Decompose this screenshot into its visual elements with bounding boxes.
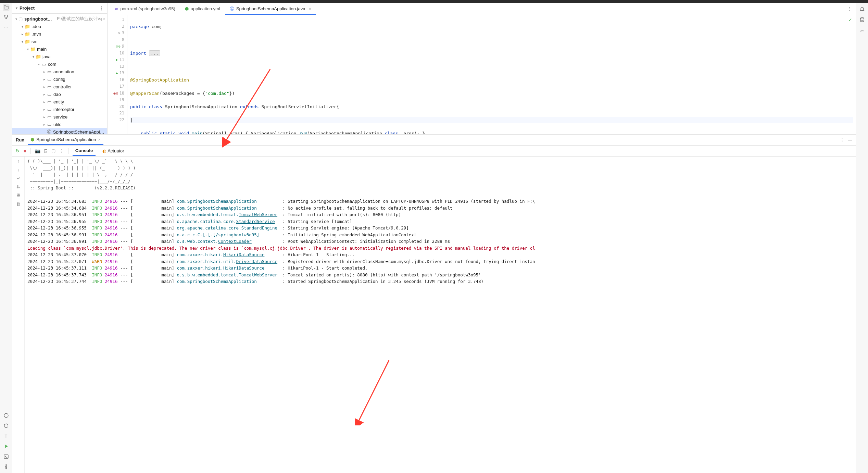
tree-item[interactable]: ▸📁.mvn xyxy=(12,30,107,38)
file-icon: ⬢ xyxy=(185,6,189,11)
tree-item[interactable]: ▸▭controller xyxy=(12,83,107,90)
project-tree[interactable]: ▾ ▢ springbootw3o95 F:\测试过的毕业设计\spr ▾📁.i… xyxy=(12,14,107,134)
text-icon[interactable]: T xyxy=(3,433,10,439)
pkg-icon: ▭ xyxy=(47,69,52,74)
tree-item-label: SpringbootSchemaApplicat xyxy=(53,129,105,135)
services-icon[interactable] xyxy=(3,412,10,419)
tree-item-label: .mvn xyxy=(32,32,41,37)
console-tab[interactable]: Console xyxy=(73,146,96,156)
up-icon[interactable]: ↑ xyxy=(17,159,20,164)
file-icon: m xyxy=(115,6,118,12)
project-tool-window: ▾ Project ⋮ ▾ ▢ springbootw3o95 F:\测试过的毕… xyxy=(12,3,108,134)
svg-point-5 xyxy=(5,466,7,468)
tree-item[interactable]: ▾📁.idea xyxy=(12,23,107,30)
actuator-tab[interactable]: ◐Actuator xyxy=(100,146,127,156)
down-icon[interactable]: ↓ xyxy=(17,167,20,172)
code-editor[interactable]: package com; import ... @SpringBootAppli… xyxy=(127,15,856,134)
pkg-icon: ▭ xyxy=(47,77,52,82)
left-tool-rail: ⋯ T xyxy=(0,3,12,473)
folder-icon: 📁 xyxy=(25,24,30,29)
tab-label: pom.xml (springbootw3o95) xyxy=(120,6,175,11)
tree-item-label: annotation xyxy=(53,69,74,74)
tree-item-label: controller xyxy=(53,84,72,89)
tree-item-label: entity xyxy=(53,99,64,104)
kebab-icon[interactable]: ⋮ xyxy=(60,148,64,153)
trash-icon[interactable]: 🗑 xyxy=(16,201,21,207)
folder-icon[interactable] xyxy=(3,4,10,11)
spring-icon: ⬢ xyxy=(30,137,34,142)
database-icon[interactable] xyxy=(859,16,866,23)
stop-icon[interactable]: ■ xyxy=(24,148,26,153)
svg-point-7 xyxy=(5,468,7,469)
tree-root[interactable]: ▾ ▢ springbootw3o95 F:\测试过的毕业设计\spr xyxy=(12,15,107,23)
bell-icon[interactable] xyxy=(859,5,866,12)
inspection-ok-icon[interactable]: ✓ xyxy=(848,17,852,23)
tree-item-label: .idea xyxy=(32,24,41,29)
tree-item[interactable]: ▾▭com xyxy=(12,60,107,68)
tree-item-label: src xyxy=(32,39,37,44)
pkg-icon: ▭ xyxy=(47,99,52,104)
minimize-icon[interactable]: — xyxy=(848,137,852,142)
project-title: Project xyxy=(20,5,35,11)
editor-tab[interactable]: mpom.xml (springbootw3o95) xyxy=(110,3,180,15)
pkg-icon: ▭ xyxy=(47,122,52,127)
svg-point-1 xyxy=(7,15,8,16)
maven-icon[interactable]: m xyxy=(859,27,866,34)
run-config-tab[interactable]: ⬢ SpringbootSchemaApplication × xyxy=(28,135,103,145)
hexagon-icon[interactable] xyxy=(3,422,10,429)
scroll-icon[interactable]: ⇊ xyxy=(16,184,20,189)
tree-item[interactable]: ▸▭interceptor xyxy=(12,105,107,113)
folder-icon: 📁 xyxy=(25,32,30,37)
tree-item[interactable]: ▾📁src xyxy=(12,38,107,45)
caret-line: | xyxy=(130,117,853,124)
svg-point-0 xyxy=(4,15,5,16)
vcs-icon[interactable] xyxy=(3,463,10,470)
window-top-strip xyxy=(0,0,868,3)
run-icon[interactable] xyxy=(3,443,10,450)
pkg-icon: ▭ xyxy=(47,84,52,89)
tree-item-label: service xyxy=(53,114,67,120)
chevron-down-icon[interactable]: ▾ xyxy=(16,6,17,10)
terminal-icon[interactable] xyxy=(3,453,10,460)
print-icon[interactable]: 🖶 xyxy=(16,193,21,198)
tree-item[interactable]: ▸▭entity xyxy=(12,98,107,105)
run-config-label: SpringbootSchemaApplication xyxy=(36,137,96,142)
tree-root-path: F:\测试过的毕业设计\spr xyxy=(57,16,105,22)
editor-gutter[interactable]: 12>38⊘⊘910▶1112▶131617◉@1819202122 xyxy=(108,15,127,134)
tab-kebab-icon[interactable]: ⋮ xyxy=(847,6,852,11)
editor-tab[interactable]: ⬢application.yml xyxy=(180,3,225,15)
folder-icon: 📁 xyxy=(36,54,41,59)
rerun-icon[interactable]: ↻ xyxy=(16,148,20,153)
console-output[interactable]: ( ( )\___ | '_ | '_| | '_ \/ _` | \ \ \ … xyxy=(25,157,856,473)
tree-item[interactable]: ▸▭dao xyxy=(12,90,107,98)
close-icon[interactable]: × xyxy=(98,137,101,142)
structure-icon[interactable] xyxy=(3,14,10,21)
tree-item[interactable]: ▸▭utils xyxy=(12,121,107,128)
tree-item-label: com xyxy=(48,62,56,67)
close-icon[interactable]: × xyxy=(309,6,311,11)
tree-item-label: utils xyxy=(53,122,61,127)
tree-item[interactable]: ▾📁main xyxy=(12,45,107,53)
tree-root-label: springbootw3o95 xyxy=(24,16,55,22)
svg-point-3 xyxy=(4,413,8,418)
pkg-icon: ▭ xyxy=(41,62,47,67)
tree-item[interactable]: ▾📁java xyxy=(12,53,107,60)
layout-icon[interactable]: ▢ xyxy=(51,148,55,153)
camera-icon[interactable]: 📷 xyxy=(35,148,40,153)
kebab-icon[interactable]: ⋮ xyxy=(840,137,844,142)
editor-tabs: mpom.xml (springbootw3o95)⬢application.y… xyxy=(108,3,856,15)
more-icon[interactable]: ⋯ xyxy=(3,23,10,30)
project-header: ▾ Project ⋮ xyxy=(12,3,107,14)
editor-tab[interactable]: ⒸSpringbootSchemaApplication.java× xyxy=(225,3,316,15)
kebab-icon[interactable]: ⋮ xyxy=(99,5,104,11)
exit-icon[interactable]: ⍈ xyxy=(45,148,47,153)
module-icon: ▢ xyxy=(18,16,23,22)
wrap-icon[interactable]: ⤶ xyxy=(16,176,20,181)
run-tool-window: Run ⬢ SpringbootSchemaApplication × ⋮ — … xyxy=(12,135,856,473)
tree-item-label: main xyxy=(37,47,47,52)
tree-item[interactable]: ▸▭annotation xyxy=(12,68,107,75)
tree-item[interactable]: ▸▭service xyxy=(12,113,107,121)
tree-item[interactable]: ⒸSpringbootSchemaApplicat xyxy=(12,128,107,134)
tree-item[interactable]: ▸▭config xyxy=(12,75,107,83)
run-title: Run xyxy=(16,137,24,142)
